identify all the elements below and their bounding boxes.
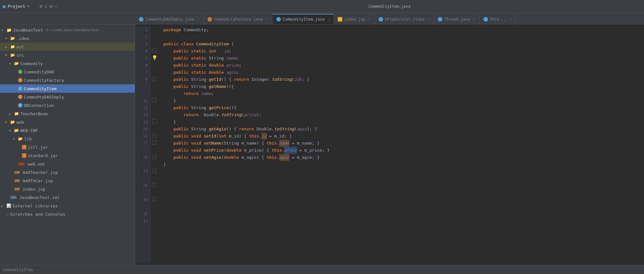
keyword: public [173, 62, 191, 69]
fold-icon[interactable]: - [152, 155, 157, 159]
line-num: 20 [135, 154, 148, 161]
gutter-cell: 💡 [151, 54, 158, 61]
sidebar-item-dbconnection[interactable]: C DBConnection [0, 101, 135, 109]
code-line-32: } [163, 161, 644, 168]
sidebar-item-teacherbean[interactable]: ▶ 📁 TeacherBean [0, 109, 135, 118]
tab-httpservlet[interactable]: HttpServlet.class ✕ [375, 14, 434, 24]
settings-icon[interactable]: ⚙ [50, 3, 53, 9]
sidebar-item-webxml[interactable]: xml web.xml [0, 160, 135, 168]
gutter-cell[interactable]: - [151, 75, 158, 82]
tab-close-icon[interactable]: ✕ [368, 17, 371, 21]
sidebar-item-label: AddToCar.jsp [23, 178, 53, 183]
gutter-cell[interactable]: - [151, 153, 158, 160]
sidebar-item-label: TeacherBean [20, 111, 48, 116]
gutter-cell[interactable]: - [151, 139, 158, 146]
code-editor[interactable]: 1 2 3 4 5 6 7 8 11 12 13 14 15 16 17 20 [135, 24, 644, 265]
tab-commoditydaoimply[interactable]: CommodtyDAOImply.java ✕ [135, 14, 204, 24]
fold-icon[interactable]: - [152, 133, 157, 138]
code-text: String [191, 126, 209, 133]
sidebar-item-label: Commodity [20, 61, 43, 66]
method-name: getName [209, 83, 226, 90]
fold-icon[interactable]: - [152, 119, 157, 124]
sidebar-item-javabeantest[interactable]: ▼ 📁 JavaBeanTest D:\Code\Java\JavaBeanTe… [0, 26, 135, 34]
sidebar-item-commodityfactory[interactable]: C CommodityFactory [0, 76, 135, 84]
gutter-cell[interactable]: - [151, 97, 158, 104]
keyword: void [191, 147, 204, 154]
gutter-cell[interactable]: - [151, 132, 158, 139]
chevron-down-icon[interactable]: ▼ [27, 5, 29, 8]
keyword: double [226, 147, 244, 154]
folder-icon: 📂 [10, 36, 15, 41]
code-text: { [231, 41, 234, 48]
sidebar-item-out[interactable]: ▶ 📁 out [0, 43, 135, 51]
gutter-cell[interactable]: - [151, 47, 158, 54]
keyword: int [219, 133, 229, 140]
code-text [163, 62, 173, 69]
fold-icon[interactable]: - [152, 48, 157, 53]
code-line-5: public static String name ; [163, 55, 644, 62]
sidebar-item-webinf[interactable]: ▼ 📂 WEB-INF [0, 126, 135, 135]
gutter-cell [151, 160, 158, 167]
minimize-icon[interactable]: – [54, 3, 58, 9]
folder-icon: 📂 [10, 120, 15, 124]
tab-thread[interactable]: Thread.java ✕ [434, 14, 479, 24]
code-text [163, 48, 173, 55]
code-lines[interactable]: package Commodity; public class Commodit… [158, 26, 644, 264]
sidebar-item-external-libraries[interactable]: ▶ 📊 External Libraries [0, 202, 135, 210]
keyword: double [209, 69, 226, 76]
gutter-cell[interactable]: - [151, 167, 158, 175]
sidebar-item-idea[interactable]: ▼ 📂 .idea [0, 34, 135, 43]
gutter-cell [151, 26, 158, 33]
jsp-icon: JSP [14, 171, 20, 174]
tab-close-icon[interactable]: ✕ [328, 17, 330, 22]
fold-icon[interactable]: - [152, 77, 157, 81]
line-num: 16 [135, 133, 148, 140]
sidebar-item-jstljar[interactable]: J jstl.jar [0, 143, 135, 151]
sidebar-item-label: CommodityFactory [24, 78, 64, 83]
tab-label: Thread.java [444, 17, 470, 22]
code-line-15: return Double. toString ( price ); [163, 111, 644, 118]
sidebar-item-src[interactable]: ▼ 📂 src [0, 51, 135, 59]
sidebar-item-standardjar[interactable]: J standard.jar [0, 151, 135, 160]
sidebar-item-path: D:\Code\Java\JavaBeanTest [46, 28, 100, 32]
tab-close-icon[interactable]: ✕ [509, 17, 511, 21]
sidebar-item-scratches-consoles[interactable]: ✏ Scratches and Consoles [0, 210, 135, 218]
sidebar-item-addteacherjsp[interactable]: JSP AddTeacher.jsp [0, 168, 135, 176]
sidebar-item-indexjsp[interactable]: JSP index.jsp [0, 185, 135, 193]
sidebar-item-lib[interactable]: ▼ 📂 lib [0, 135, 135, 143]
gutter-cell[interactable]: - [151, 118, 158, 125]
folder-icon: 📁 [10, 44, 15, 49]
arrow-icon: ▼ [5, 120, 9, 124]
fold-icon[interactable]: - [152, 197, 157, 202]
folder-icon: 📂 [10, 53, 15, 57]
fold-icon[interactable]: - [152, 98, 157, 102]
tab-commodityfactory[interactable]: CommodityFactory.java ✕ [204, 14, 272, 24]
tab-indexjsp[interactable]: JSP index.jsp ✕ [334, 14, 375, 24]
tab-close-icon[interactable]: ✕ [198, 17, 200, 21]
sidebar-item-javabeantest-iml[interactable]: iml JavaBeanTest.iml [0, 193, 135, 202]
code-line-33 [163, 168, 644, 175]
nav-icon-1[interactable]: ⊕ [39, 3, 42, 9]
fold-icon[interactable]: - [152, 140, 157, 145]
tab-thread2[interactable]: Thre... ✕ [480, 14, 516, 24]
gutter-cell[interactable]: - [151, 196, 158, 203]
sidebar-item-addtocarjsp[interactable]: JSP AddToCar.jsp [0, 176, 135, 185]
sidebar-item-commodtydaoimply[interactable]: C CommodtyDAOImply [0, 93, 135, 101]
sidebar-item-commoditydao[interactable]: I CommodityDAO [0, 68, 135, 76]
tab-commodityitem[interactable]: CommodityItem.java ✕ [272, 14, 334, 24]
tab-close-icon[interactable]: ✕ [473, 17, 475, 21]
fold-icon[interactable]: - [152, 169, 157, 173]
gutter-cell[interactable]: - [151, 182, 158, 189]
method-name: setName [204, 140, 221, 147]
tab-close-icon[interactable]: ✕ [428, 17, 430, 21]
sidebar-item-web[interactable]: ▼ 📂 web [0, 118, 135, 126]
sidebar-item-commodityitem[interactable]: C CommodityItem [0, 84, 135, 93]
sidebar-item-commodity[interactable]: ▼ 📂 Commodity [0, 59, 135, 68]
fold-icon[interactable]: - [152, 183, 157, 187]
nav-icon-2[interactable]: ↕ [44, 3, 48, 9]
gutter-cell [151, 189, 158, 196]
bulb-icon[interactable]: 💡 [152, 55, 157, 60]
tab-close-icon[interactable]: ✕ [266, 17, 268, 21]
code-text: (){ [226, 83, 234, 90]
project-label[interactable]: Project [8, 4, 25, 9]
